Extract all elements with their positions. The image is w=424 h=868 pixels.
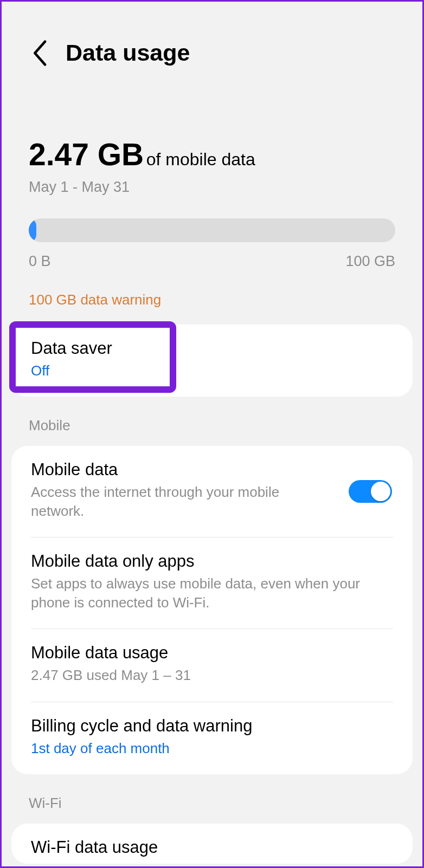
mobile-usage-row[interactable]: Mobile data usage 2.47 GB used May 1 – 3… (11, 629, 413, 701)
data-saver-card: Data saver Off (11, 325, 413, 397)
mobile-only-apps-desc: Set apps to always use mobile data, even… (31, 574, 393, 612)
billing-cycle-desc: 1st day of each month (31, 739, 393, 758)
usage-suffix: of mobile data (146, 150, 255, 169)
section-label-mobile: Mobile (2, 397, 422, 446)
mobile-only-apps-title: Mobile data only apps (31, 552, 393, 571)
wifi-card: Wi-Fi data usage (11, 824, 413, 864)
data-saver-title: Data saver (31, 339, 393, 358)
wifi-usage-title: Wi-Fi data usage (31, 838, 393, 857)
usage-amount: 2.47 GB (29, 137, 144, 172)
mobile-data-desc: Access the internet through your mobile … (31, 483, 393, 521)
mobile-data-toggle[interactable] (349, 480, 392, 503)
mobile-data-row[interactable]: Mobile data Access the internet through … (11, 446, 413, 537)
progress-bar[interactable] (29, 218, 395, 242)
mobile-usage-title: Mobile data usage (31, 643, 393, 663)
mobile-card: Mobile data Access the internet through … (11, 446, 413, 774)
mobile-usage-desc: 2.47 GB used May 1 – 31 (31, 666, 393, 685)
mobile-data-title: Mobile data (31, 460, 393, 480)
page-title: Data usage (66, 40, 190, 66)
wifi-usage-row[interactable]: Wi-Fi data usage (11, 824, 413, 864)
scale-max: 100 GB (345, 253, 395, 270)
progress-scale: 0 B 100 GB (29, 253, 395, 270)
usage-summary: 2.47 GB of mobile data May 1 - May 31 (2, 66, 422, 196)
data-saver-status: Off (31, 361, 393, 380)
back-icon[interactable] (32, 40, 49, 66)
usage-progress: 0 B 100 GB (2, 196, 422, 270)
toggle-knob (371, 482, 390, 501)
data-saver-row[interactable]: Data saver Off (11, 325, 413, 397)
scale-min: 0 B (29, 253, 51, 270)
progress-fill (29, 218, 36, 242)
header: Data usage (2, 2, 422, 66)
usage-period: May 1 - May 31 (29, 179, 395, 196)
section-label-wifi: Wi-Fi (2, 774, 422, 824)
billing-cycle-row[interactable]: Billing cycle and data warning 1st day o… (11, 702, 413, 774)
data-warning-text: 100 GB data warning (2, 270, 422, 325)
billing-cycle-title: Billing cycle and data warning (31, 716, 393, 736)
mobile-only-apps-row[interactable]: Mobile data only apps Set apps to always… (11, 537, 413, 629)
